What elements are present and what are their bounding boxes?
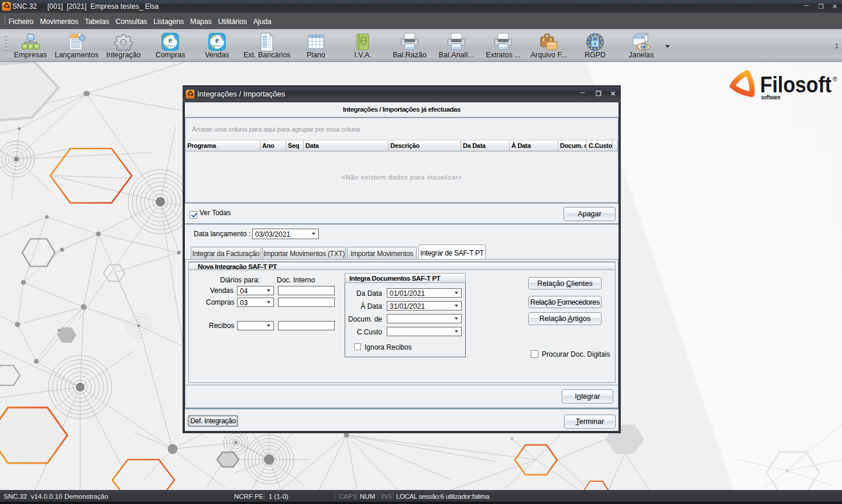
svg-text:Filosoft: Filosoft	[760, 73, 831, 97]
svg-text:software: software	[761, 94, 781, 101]
svg-text:fatura: fatura	[212, 43, 221, 47]
svg-text:fatura: fatura	[166, 43, 174, 47]
svg-text:®: ®	[833, 75, 837, 82]
